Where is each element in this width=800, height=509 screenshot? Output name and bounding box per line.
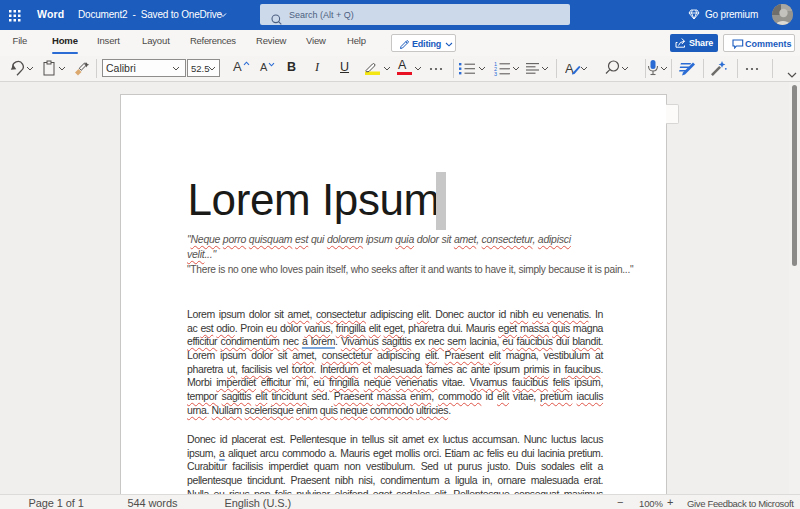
- svg-text:3: 3: [494, 71, 497, 76]
